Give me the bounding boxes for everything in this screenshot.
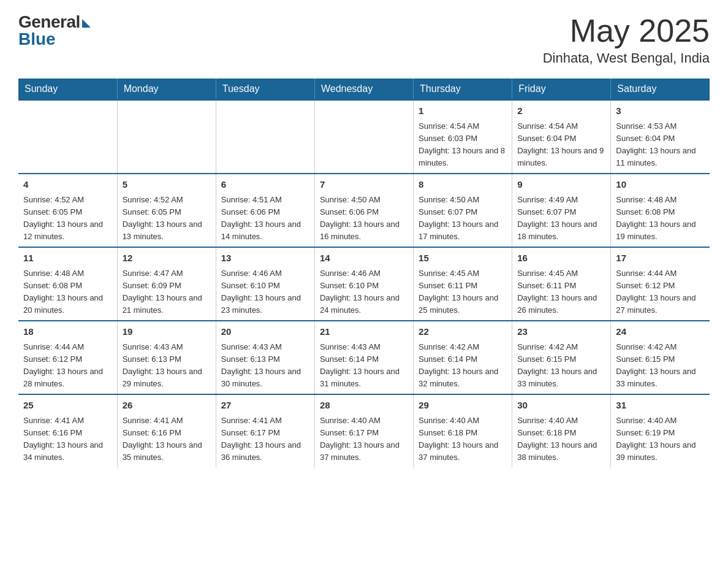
day-number: 30: [517, 399, 605, 413]
calendar-day-cell: 24Sunrise: 4:42 AM Sunset: 6:15 PM Dayli…: [611, 321, 710, 394]
day-number: 13: [221, 251, 309, 266]
day-number: 11: [23, 251, 112, 266]
calendar-day-cell: 21Sunrise: 4:43 AM Sunset: 6:14 PM Dayli…: [314, 321, 413, 394]
calendar-day-cell: [117, 100, 216, 174]
calendar-week-row: 18Sunrise: 4:44 AM Sunset: 6:12 PM Dayli…: [18, 321, 710, 394]
calendar-day-cell: 12Sunrise: 4:47 AM Sunset: 6:09 PM Dayli…: [117, 247, 216, 321]
calendar-day-cell: 27Sunrise: 4:41 AM Sunset: 6:17 PM Dayli…: [216, 394, 314, 467]
day-number: 15: [419, 251, 507, 266]
day-info: Sunrise: 4:45 AM Sunset: 6:11 PM Dayligh…: [419, 267, 507, 317]
calendar-week-row: 25Sunrise: 4:41 AM Sunset: 6:16 PM Dayli…: [18, 394, 710, 467]
day-info: Sunrise: 4:50 AM Sunset: 6:06 PM Dayligh…: [320, 194, 408, 243]
day-info: Sunrise: 4:40 AM Sunset: 6:18 PM Dayligh…: [517, 415, 605, 464]
day-number: 31: [616, 399, 705, 413]
calendar-day-cell: 13Sunrise: 4:46 AM Sunset: 6:10 PM Dayli…: [216, 247, 314, 321]
day-info: Sunrise: 4:40 AM Sunset: 6:18 PM Dayligh…: [419, 415, 507, 464]
weekday-header: Monday: [117, 79, 216, 100]
day-number: 16: [517, 251, 605, 266]
day-number: 18: [23, 325, 112, 339]
calendar-day-cell: 2Sunrise: 4:54 AM Sunset: 6:04 PM Daylig…: [512, 100, 611, 174]
day-number: 22: [419, 325, 507, 339]
logo: General Blue: [18, 12, 91, 49]
day-info: Sunrise: 4:54 AM Sunset: 6:03 PM Dayligh…: [419, 120, 507, 170]
calendar-day-cell: [216, 100, 314, 174]
day-info: Sunrise: 4:43 AM Sunset: 6:13 PM Dayligh…: [221, 341, 309, 391]
day-number: 25: [23, 399, 112, 413]
title-section: May 2025 Dinhata, West Bengal, India: [543, 12, 710, 66]
day-info: Sunrise: 4:53 AM Sunset: 6:04 PM Dayligh…: [616, 120, 705, 170]
weekday-header: Tuesday: [216, 79, 314, 100]
calendar-week-row: 11Sunrise: 4:48 AM Sunset: 6:08 PM Dayli…: [18, 247, 710, 321]
calendar-day-cell: 22Sunrise: 4:42 AM Sunset: 6:14 PM Dayli…: [414, 321, 512, 394]
logo-blue-text: Blue: [18, 29, 56, 49]
day-number: 28: [320, 399, 408, 413]
day-number: 8: [419, 178, 507, 192]
calendar-week-row: 1Sunrise: 4:54 AM Sunset: 6:03 PM Daylig…: [18, 100, 710, 174]
day-info: Sunrise: 4:46 AM Sunset: 6:10 PM Dayligh…: [320, 267, 408, 317]
calendar-day-cell: 4Sunrise: 4:52 AM Sunset: 6:05 PM Daylig…: [18, 174, 117, 247]
calendar-week-row: 4Sunrise: 4:52 AM Sunset: 6:05 PM Daylig…: [18, 174, 710, 247]
calendar-day-cell: 1Sunrise: 4:54 AM Sunset: 6:03 PM Daylig…: [414, 100, 512, 174]
calendar-day-cell: [18, 100, 117, 174]
day-number: 4: [23, 178, 112, 192]
calendar-day-cell: 19Sunrise: 4:43 AM Sunset: 6:13 PM Dayli…: [117, 321, 216, 394]
day-info: Sunrise: 4:44 AM Sunset: 6:12 PM Dayligh…: [616, 267, 705, 317]
calendar-day-cell: 30Sunrise: 4:40 AM Sunset: 6:18 PM Dayli…: [512, 394, 611, 467]
day-number: 2: [517, 104, 605, 118]
calendar-day-cell: 14Sunrise: 4:46 AM Sunset: 6:10 PM Dayli…: [314, 247, 413, 321]
month-title: May 2025: [543, 12, 710, 49]
weekday-header: Sunday: [18, 79, 117, 100]
day-info: Sunrise: 4:40 AM Sunset: 6:19 PM Dayligh…: [616, 415, 705, 464]
day-info: Sunrise: 4:43 AM Sunset: 6:14 PM Dayligh…: [320, 341, 408, 391]
calendar-day-cell: [314, 100, 413, 174]
day-number: 14: [320, 251, 408, 266]
calendar-table: SundayMondayTuesdayWednesdayThursdayFrid…: [18, 79, 710, 467]
calendar-day-cell: 25Sunrise: 4:41 AM Sunset: 6:16 PM Dayli…: [18, 394, 117, 467]
calendar-day-cell: 9Sunrise: 4:49 AM Sunset: 6:07 PM Daylig…: [512, 174, 611, 247]
weekday-header: Thursday: [414, 79, 512, 100]
day-number: 24: [616, 325, 705, 339]
day-number: 3: [616, 104, 705, 118]
calendar-day-cell: 17Sunrise: 4:44 AM Sunset: 6:12 PM Dayli…: [611, 247, 710, 321]
day-number: 29: [419, 399, 507, 413]
calendar-day-cell: 16Sunrise: 4:45 AM Sunset: 6:11 PM Dayli…: [512, 247, 611, 321]
day-info: Sunrise: 4:41 AM Sunset: 6:17 PM Dayligh…: [221, 415, 309, 464]
calendar-day-cell: 10Sunrise: 4:48 AM Sunset: 6:08 PM Dayli…: [611, 174, 710, 247]
calendar-day-cell: 23Sunrise: 4:42 AM Sunset: 6:15 PM Dayli…: [512, 321, 611, 394]
calendar-day-cell: 26Sunrise: 4:41 AM Sunset: 6:16 PM Dayli…: [117, 394, 216, 467]
day-number: 9: [517, 178, 605, 192]
day-number: 27: [221, 399, 309, 413]
weekday-header: Saturday: [611, 79, 710, 100]
day-info: Sunrise: 4:41 AM Sunset: 6:16 PM Dayligh…: [123, 415, 211, 464]
day-info: Sunrise: 4:41 AM Sunset: 6:16 PM Dayligh…: [23, 415, 112, 464]
day-number: 26: [123, 399, 211, 413]
day-info: Sunrise: 4:42 AM Sunset: 6:15 PM Dayligh…: [517, 341, 605, 391]
calendar-day-cell: 29Sunrise: 4:40 AM Sunset: 6:18 PM Dayli…: [414, 394, 512, 467]
calendar-day-cell: 8Sunrise: 4:50 AM Sunset: 6:07 PM Daylig…: [414, 174, 512, 247]
day-number: 7: [320, 178, 408, 192]
day-info: Sunrise: 4:47 AM Sunset: 6:09 PM Dayligh…: [123, 267, 211, 317]
calendar-day-cell: 20Sunrise: 4:43 AM Sunset: 6:13 PM Dayli…: [216, 321, 314, 394]
day-info: Sunrise: 4:46 AM Sunset: 6:10 PM Dayligh…: [221, 267, 309, 317]
day-info: Sunrise: 4:43 AM Sunset: 6:13 PM Dayligh…: [123, 341, 211, 391]
day-info: Sunrise: 4:42 AM Sunset: 6:15 PM Dayligh…: [616, 341, 705, 391]
calendar-day-cell: 5Sunrise: 4:52 AM Sunset: 6:05 PM Daylig…: [117, 174, 216, 247]
day-number: 20: [221, 325, 309, 339]
day-info: Sunrise: 4:42 AM Sunset: 6:14 PM Dayligh…: [419, 341, 507, 391]
day-info: Sunrise: 4:49 AM Sunset: 6:07 PM Dayligh…: [517, 194, 605, 243]
calendar-header-row: SundayMondayTuesdayWednesdayThursdayFrid…: [18, 79, 710, 100]
day-number: 17: [616, 251, 705, 266]
calendar-day-cell: 31Sunrise: 4:40 AM Sunset: 6:19 PM Dayli…: [611, 394, 710, 467]
calendar-day-cell: 3Sunrise: 4:53 AM Sunset: 6:04 PM Daylig…: [611, 100, 710, 174]
calendar-day-cell: 15Sunrise: 4:45 AM Sunset: 6:11 PM Dayli…: [414, 247, 512, 321]
day-info: Sunrise: 4:51 AM Sunset: 6:06 PM Dayligh…: [221, 194, 309, 243]
page-header: General Blue May 2025 Dinhata, West Beng…: [18, 12, 710, 66]
day-info: Sunrise: 4:40 AM Sunset: 6:17 PM Dayligh…: [320, 415, 408, 464]
calendar-day-cell: 11Sunrise: 4:48 AM Sunset: 6:08 PM Dayli…: [18, 247, 117, 321]
day-info: Sunrise: 4:45 AM Sunset: 6:11 PM Dayligh…: [517, 267, 605, 317]
day-number: 12: [123, 251, 211, 266]
day-info: Sunrise: 4:48 AM Sunset: 6:08 PM Dayligh…: [23, 267, 112, 317]
location-title: Dinhata, West Bengal, India: [543, 50, 710, 66]
day-info: Sunrise: 4:50 AM Sunset: 6:07 PM Dayligh…: [419, 194, 507, 243]
day-number: 23: [517, 325, 605, 339]
